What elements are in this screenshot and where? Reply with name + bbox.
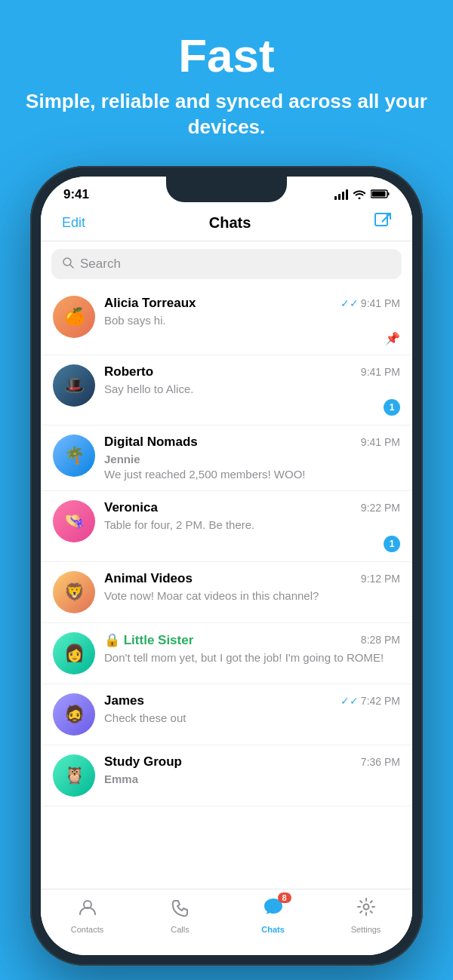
status-time: 9:41	[63, 187, 89, 202]
compose-button[interactable]	[374, 213, 391, 233]
chat-time-sister: 8:28 PM	[361, 634, 400, 646]
chat-name-veronica: Veronica	[104, 500, 158, 515]
svg-rect-1	[388, 192, 390, 195]
chat-header-roberto: Roberto 9:41 PM	[104, 364, 400, 379]
chat-info-james: James ✓✓ 7:42 PM Check these out	[104, 693, 400, 726]
avatar-animal: 🦁	[53, 571, 95, 613]
calls-icon	[171, 897, 190, 922]
chat-info-digital: Digital Nomads 9:41 PM JennieWe just rea…	[104, 435, 400, 481]
chat-preview-james: Check these out	[104, 711, 400, 726]
avatar-veronica: 👒	[53, 500, 95, 542]
chat-time-alicia: ✓✓ 9:41 PM	[341, 297, 400, 309]
search-placeholder: Search	[80, 257, 121, 272]
chat-item-james[interactable]: 🧔 James ✓✓ 7:42 PM Check these out	[41, 684, 412, 745]
chat-info-roberto: Roberto 9:41 PM Say hello to Alice. 1	[104, 364, 400, 416]
edit-button[interactable]: Edit	[62, 215, 85, 231]
chat-item-animal[interactable]: 🦁 Animal Videos 9:12 PM Vote now! Moar c…	[41, 562, 412, 623]
svg-rect-3	[375, 214, 387, 226]
lock-icon: 🔒	[104, 633, 120, 647]
tab-bar: Contacts Calls	[41, 889, 412, 954]
status-icons	[334, 188, 390, 201]
chat-item-sister[interactable]: 👩 🔒 Little Sister 8:28 PM Don't tell mom…	[41, 623, 412, 684]
chat-header-alicia: Alicia Torreaux ✓✓ 9:41 PM	[104, 296, 400, 311]
chat-item-roberto[interactable]: 🎩 Roberto 9:41 PM Say hello to Alice. 1	[41, 355, 412, 426]
chat-list: 🍊 Alicia Torreaux ✓✓ 9:41 PM Bob says hi…	[41, 287, 412, 806]
battery-icon	[371, 188, 390, 201]
chat-info-veronica: Veronica 9:22 PM Table for four, 2 PM. B…	[104, 500, 400, 552]
chat-preview-animal: Vote now! Moar cat videos in this channe…	[104, 588, 400, 604]
signal-bars-icon	[334, 189, 348, 200]
signal-bar-1	[334, 196, 337, 200]
avatar-alicia: 🍊	[53, 296, 95, 338]
nav-bar: Edit Chats	[41, 208, 412, 241]
chat-time-veronica: 9:22 PM	[361, 502, 400, 514]
avatar-roberto: 🎩	[53, 364, 95, 407]
chat-time-study: 7:36 PM	[361, 756, 400, 768]
chats-badge: 8	[278, 892, 291, 903]
avatar-digital: 🌴	[53, 435, 95, 477]
double-check-icon-alicia: ✓✓	[341, 297, 359, 309]
pin-icon-alicia: 📌	[385, 331, 400, 346]
phone-shell: 9:41	[30, 166, 423, 966]
badge-roberto: 1	[384, 399, 400, 416]
tab-contacts[interactable]: Contacts	[41, 897, 134, 934]
chat-item-alicia[interactable]: 🍊 Alicia Torreaux ✓✓ 9:41 PM Bob says hi…	[41, 287, 412, 355]
chat-time-animal: 9:12 PM	[361, 573, 400, 585]
chat-header-veronica: Veronica 9:22 PM	[104, 500, 400, 515]
header-title: Fast	[15, 30, 438, 81]
chat-info-alicia: Alicia Torreaux ✓✓ 9:41 PM Bob says hi. …	[104, 296, 400, 346]
chat-preview-roberto: Say hello to Alice.	[104, 382, 400, 397]
chat-header-james: James ✓✓ 7:42 PM	[104, 693, 400, 708]
chat-preview-alicia: Bob says hi.	[104, 313, 400, 328]
avatar-james: 🧔	[53, 693, 95, 736]
nav-title: Chats	[209, 214, 251, 232]
chat-name-james: James	[104, 693, 144, 708]
signal-bar-2	[338, 194, 341, 200]
chats-badge-wrapper: 8	[263, 897, 284, 922]
badge-veronica: 1	[384, 536, 400, 552]
signal-bar-4	[346, 189, 348, 200]
wifi-icon	[353, 189, 366, 201]
svg-rect-2	[372, 192, 386, 197]
chat-name-study: Study Group	[104, 754, 182, 770]
chat-header-sister: 🔒 Little Sister 8:28 PM	[104, 632, 400, 648]
double-check-icon-james: ✓✓	[341, 695, 359, 707]
chat-time-digital: 9:41 PM	[361, 436, 400, 448]
signal-bar-3	[342, 192, 344, 200]
chat-header-digital: Digital Nomads 9:41 PM	[104, 435, 400, 450]
search-bar[interactable]: Search	[51, 249, 402, 279]
svg-line-5	[70, 265, 73, 268]
chat-preview-study: Emma	[104, 772, 400, 787]
chat-name-digital: Digital Nomads	[104, 435, 198, 450]
chat-preview-veronica: Table for four, 2 PM. Be there.	[104, 518, 400, 533]
tab-chats-label: Chats	[261, 925, 285, 934]
chat-header-study: Study Group 7:36 PM	[104, 754, 400, 770]
chat-info-sister: 🔒 Little Sister 8:28 PM Don't tell mom y…	[104, 632, 400, 665]
chat-time-james: ✓✓ 7:42 PM	[341, 695, 400, 707]
phone-notch	[166, 177, 287, 202]
chat-item-study[interactable]: 🦉 Study Group 7:36 PM Emma	[41, 745, 412, 806]
search-icon	[62, 257, 74, 272]
header-subtitle: Simple, reliable and synced across all y…	[15, 89, 438, 140]
chat-preview-digital: JennieWe just reached 2,500 members! WOO…	[104, 452, 400, 481]
header-area: Fast Simple, reliable and synced across …	[0, 0, 453, 155]
chat-name-sister: 🔒 Little Sister	[104, 632, 193, 648]
chat-preview-sister: Don't tell mom yet, but I got the job! I…	[104, 650, 400, 665]
chat-info-study: Study Group 7:36 PM Emma	[104, 754, 400, 787]
chat-name-animal: Animal Videos	[104, 571, 193, 586]
chat-header-animal: Animal Videos 9:12 PM	[104, 571, 400, 586]
tab-settings[interactable]: Settings	[319, 897, 412, 934]
settings-icon	[356, 897, 376, 922]
chat-name-roberto: Roberto	[104, 364, 153, 379]
contacts-icon	[78, 897, 97, 922]
avatar-sister: 👩	[53, 632, 95, 674]
chat-name-alicia: Alicia Torreaux	[104, 296, 196, 311]
chat-time-roberto: 9:41 PM	[361, 366, 400, 378]
tab-chats[interactable]: 8 Chats	[226, 897, 319, 934]
chat-item-digital[interactable]: 🌴 Digital Nomads 9:41 PM JennieWe just r…	[41, 425, 412, 491]
app-content: Edit Chats	[41, 208, 412, 954]
avatar-study: 🦉	[53, 754, 95, 797]
tab-calls[interactable]: Calls	[134, 897, 226, 934]
chat-item-veronica[interactable]: 👒 Veronica 9:22 PM Table for four, 2 PM.…	[41, 491, 412, 562]
svg-point-7	[363, 905, 368, 910]
